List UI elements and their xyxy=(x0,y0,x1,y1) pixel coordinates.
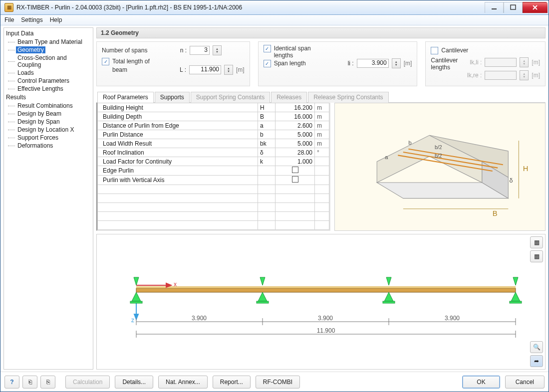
spinner-total-length[interactable]: ▲▼ xyxy=(224,65,233,75)
parameter-table[interactable]: Building HeightH16.200mBuilding DepthB16… xyxy=(96,103,330,231)
preview-tool-fit[interactable]: 🔍 xyxy=(530,341,543,353)
tree-node-control-parameters[interactable]: Control Parameters xyxy=(8,77,93,85)
checkbox-total-length[interactable]: ✓ xyxy=(102,58,109,65)
tree-node-design-by-location[interactable]: Design by Location X xyxy=(8,126,93,134)
table-row[interactable]: Purlin with Vertical Axis xyxy=(98,176,329,185)
checkbox-icon[interactable] xyxy=(292,167,298,173)
diagram-label-b: b xyxy=(408,140,411,146)
menu-file[interactable]: File xyxy=(4,16,14,23)
diagram-label-b2b: b/2 xyxy=(435,153,442,159)
tree-header-input[interactable]: Input Data xyxy=(4,29,93,38)
next-icon: ⎘ xyxy=(46,379,50,386)
help-button[interactable]: ? xyxy=(4,376,19,389)
prev-button[interactable]: ⎗ xyxy=(22,376,37,389)
checkbox-icon[interactable] xyxy=(292,176,298,183)
tree-node-beam-type[interactable]: Beam Type and Material xyxy=(8,38,93,46)
preview-tool-1[interactable]: ▦ xyxy=(530,236,543,248)
label-cantilever-lengths-2: lengths xyxy=(431,64,458,71)
next-button[interactable]: ⎘ xyxy=(40,376,55,389)
unit-cantilever-re: [m] xyxy=(532,72,540,79)
input-total-length[interactable]: 11.900 xyxy=(189,65,221,74)
symbol-lkli: lk,li : xyxy=(465,59,482,66)
spinner-cantilever-li: ▲▼ xyxy=(520,57,529,67)
details-button[interactable]: Details... xyxy=(115,376,153,389)
tree-node-support-forces[interactable]: Support Forces xyxy=(8,134,93,142)
svg-rect-22 xyxy=(257,301,269,303)
report-button[interactable]: Report... xyxy=(213,376,251,389)
tree-node-result-combinations[interactable]: Result Combinations xyxy=(8,102,93,110)
group-cantilever: Cantilever Cantilever lengths lk,li : ▲▼ xyxy=(425,41,546,86)
close-button[interactable] xyxy=(523,2,548,13)
table-row[interactable]: Edge Purlin xyxy=(98,166,329,176)
label-span-length: Span length xyxy=(274,60,339,67)
preview-tool-export[interactable]: ➦ xyxy=(530,355,543,367)
table-row xyxy=(98,212,329,221)
tree-node-design-by-beam[interactable]: Design by Beam xyxy=(8,110,93,118)
table-row[interactable]: Roof Inclinationδ28.00° xyxy=(98,148,329,157)
tree-node-geometry[interactable]: Geometry xyxy=(8,46,93,54)
main-panel: 1.2 Geometry Number of spans n : 3 ▲▼ ✓ … xyxy=(96,27,546,370)
svg-rect-12 xyxy=(136,288,516,292)
ok-button[interactable]: OK xyxy=(462,376,500,389)
tree-node-design-by-span[interactable]: Design by Span xyxy=(8,118,93,126)
symbol-n: n : xyxy=(175,47,187,54)
checkbox-cantilever[interactable] xyxy=(431,47,438,54)
menu-help[interactable]: Help xyxy=(50,16,62,23)
help-icon: ? xyxy=(10,379,13,386)
maximize-button[interactable] xyxy=(504,2,523,13)
menu-settings[interactable]: Settings xyxy=(21,16,42,23)
section-title: 1.2 Geometry xyxy=(96,27,546,38)
checkbox-identical-span[interactable]: ✓ xyxy=(264,45,271,52)
input-span-count[interactable]: 3 xyxy=(190,46,210,55)
bottom-center-buttons: Calculation Details... Nat. Annex... Rep… xyxy=(65,376,300,389)
tree-node-cross-section[interactable]: Cross-Section and Coupling xyxy=(8,54,93,69)
preview-tools-top: ▦ ▦ xyxy=(530,236,543,262)
nat-annex-button[interactable]: Nat. Annex... xyxy=(158,376,208,389)
window-title-area: ▦ RX-TIMBER - Purlin - 2.04.0003 (32bit)… xyxy=(0,3,242,12)
content-area: Input Data Beam Type and Material Geomet… xyxy=(0,25,549,372)
dim-span-2: 3.900 xyxy=(318,315,333,322)
svg-marker-23 xyxy=(260,277,265,285)
spinner-span-count[interactable]: ▲▼ xyxy=(213,45,222,55)
svg-marker-18 xyxy=(132,292,141,301)
table-row[interactable]: Building DepthB16.000m xyxy=(98,112,329,121)
tree-node-effective-lengths[interactable]: Effective Lengths xyxy=(8,85,93,93)
dim-span-1: 3.900 xyxy=(192,315,207,322)
minimize-button[interactable] xyxy=(485,2,504,13)
tab-roof-parameters[interactable]: Roof Parameters xyxy=(97,92,154,103)
checkbox-span-length[interactable]: ✓ xyxy=(264,60,271,67)
input-span-length[interactable]: 3.900 xyxy=(357,59,389,68)
tab-releases[interactable]: Releases xyxy=(271,92,307,103)
table-row[interactable]: Load Factor for Continuityk1.000 xyxy=(98,157,329,166)
tab-release-spring-constants[interactable]: Release Spring Constants xyxy=(308,92,388,103)
tab-support-spring-constants[interactable]: Support Spring Constants xyxy=(191,92,270,103)
preview-tool-2[interactable]: ▦ xyxy=(530,250,543,262)
calculation-button[interactable]: Calculation xyxy=(65,376,110,389)
table-row[interactable]: Building HeightH16.200m xyxy=(98,103,329,112)
diagram-label-delta: δ xyxy=(509,177,513,184)
label-identical-2: lengths xyxy=(274,52,311,59)
cancel-button[interactable]: Cancel xyxy=(505,376,545,389)
search-icon: 🔍 xyxy=(533,344,541,351)
table-row[interactable]: Load Width Resultbk5.000m xyxy=(98,139,329,148)
svg-rect-19 xyxy=(130,301,142,303)
group-spans-length: Number of spans n : 3 ▲▼ ✓ Total length … xyxy=(96,41,250,86)
tree-node-loads[interactable]: Loads xyxy=(8,69,93,77)
svg-rect-0 xyxy=(492,8,497,9)
table-row xyxy=(98,185,329,194)
svg-rect-13 xyxy=(136,286,516,288)
tab-supports[interactable]: Supports xyxy=(155,92,190,103)
unit-total-length: [m] xyxy=(236,66,245,73)
table-row[interactable]: Distance of Purlin from Edgea2.600m xyxy=(98,121,329,130)
svg-marker-27 xyxy=(511,292,520,301)
table-row[interactable]: Purlin Distanceb5.000m xyxy=(98,130,329,139)
form-groups: Number of spans n : 3 ▲▼ ✓ Total length … xyxy=(96,41,546,86)
rf-combi-button[interactable]: RF-COMBI xyxy=(256,376,300,389)
beam-preview[interactable]: ▦ ▦ 🔍 ➦ x xyxy=(96,234,546,370)
spinner-span-length[interactable]: ▲▼ xyxy=(392,58,401,68)
diagram-label-a: a xyxy=(385,154,388,160)
label-total-length-2: beam xyxy=(112,66,171,73)
tree-node-deformations[interactable]: Deformations xyxy=(8,142,93,150)
table-row xyxy=(98,203,329,212)
tree-header-results[interactable]: Results xyxy=(4,93,93,102)
